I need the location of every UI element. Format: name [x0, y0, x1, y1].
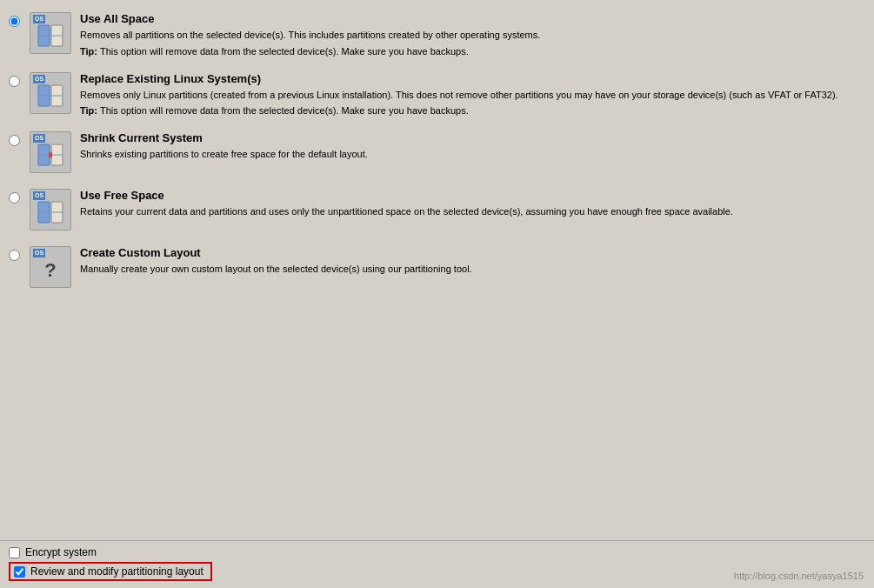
text-col-replace-linux: Replace Existing Linux System(s)Removes …	[80, 72, 865, 117]
option-title-replace-linux: Replace Existing Linux System(s)	[80, 72, 865, 85]
text-col-custom-layout: Create Custom LayoutManually create your…	[80, 246, 865, 280]
os-tag: OS	[33, 191, 45, 200]
option-row-shrink-current: OS Shrink Current SystemShrinks existing…	[9, 128, 865, 177]
option-title-custom-layout: Create Custom Layout	[80, 246, 865, 259]
radio-col-custom-layout	[9, 246, 30, 264]
review-label[interactable]: Review and modify partitioning layout	[30, 565, 203, 578]
watermark: http://blog.csdn.net/yasya1515	[734, 571, 864, 581]
radio-col-use-all-space	[9, 12, 30, 30]
radio-use-all-space[interactable]	[9, 16, 20, 27]
question-icon: ?	[44, 259, 56, 282]
radio-replace-linux[interactable]	[9, 76, 20, 87]
option-title-use-all-space: Use All Space	[80, 12, 865, 25]
tip-line-use-all-space: Tip: This option will remove data from t…	[80, 46, 865, 57]
book-icon	[37, 84, 64, 110]
os-tag: OS	[33, 75, 45, 84]
book-icon	[37, 143, 64, 169]
os-tag: OS	[33, 15, 45, 23]
option-desc-use-free-space: Retains your current data and partitions…	[80, 204, 865, 219]
tip-label-replace-linux: Tip:	[80, 105, 100, 116]
book-icon	[37, 23, 64, 50]
radio-col-replace-linux	[9, 72, 30, 90]
text-col-shrink-current: Shrink Current SystemShrinks existing pa…	[80, 131, 865, 165]
tip-text-use-all-space: This option will remove data from the se…	[100, 46, 469, 57]
option-desc-replace-linux: Removes only Linux partitions (created f…	[80, 88, 865, 103]
book-icon	[37, 200, 64, 226]
text-col-use-all-space: Use All SpaceRemoves all partitions on t…	[80, 12, 865, 57]
tip-text-replace-linux: This option will remove data from the se…	[100, 105, 469, 116]
radio-custom-layout[interactable]	[9, 250, 20, 261]
option-row-use-all-space: OS Use All SpaceRemoves all partitions o…	[9, 9, 865, 60]
option-desc-custom-layout: Manually create your own custom layout o…	[80, 262, 865, 277]
encrypt-row: Encrypt system	[9, 546, 865, 558]
main-container: OS Use All SpaceRemoves all partitions o…	[0, 0, 874, 539]
tip-line-replace-linux: Tip: This option will remove data from t…	[80, 105, 865, 116]
radio-col-use-free-space	[9, 189, 30, 206]
radio-col-shrink-current	[9, 131, 30, 149]
option-row-replace-linux: OS Replace Existing Linux System(s)Remov…	[9, 69, 865, 120]
os-tag: OS	[33, 249, 45, 257]
review-checkbox[interactable]	[14, 566, 25, 578]
option-title-use-free-space: Use Free Space	[80, 189, 865, 202]
review-row: Review and modify partitioning layout	[9, 562, 212, 581]
radio-shrink-current[interactable]	[9, 135, 20, 146]
option-row-custom-layout: OS?Create Custom LayoutManually create y…	[9, 243, 865, 291]
encrypt-label[interactable]: Encrypt system	[25, 546, 97, 558]
option-title-shrink-current: Shrink Current System	[80, 131, 865, 144]
os-tag: OS	[33, 134, 45, 143]
option-row-use-free-space: OS Use Free SpaceRetains your current da…	[9, 185, 865, 234]
option-desc-shrink-current: Shrinks existing partitions to create fr…	[80, 147, 865, 162]
tip-label-use-all-space: Tip:	[80, 46, 100, 57]
radio-use-free-space[interactable]	[9, 192, 20, 204]
option-desc-use-all-space: Removes all partitions on the selected d…	[80, 28, 865, 43]
encrypt-checkbox[interactable]	[9, 547, 20, 558]
text-col-use-free-space: Use Free SpaceRetains your current data …	[80, 189, 865, 223]
